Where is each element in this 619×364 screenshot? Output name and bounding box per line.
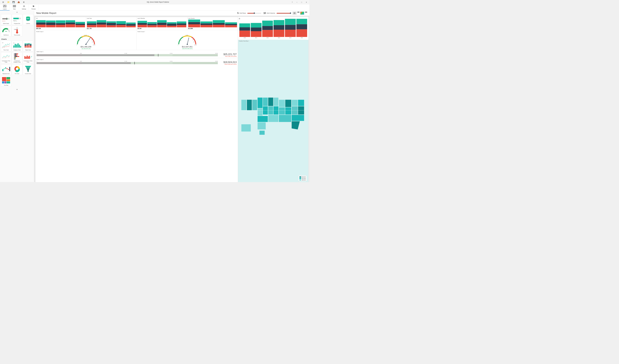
color-palette-button[interactable] — [300, 12, 304, 15]
scroll-up-arrow[interactable]: ▲ — [0, 11, 34, 14]
grid-cols-number: 10 — [264, 12, 266, 14]
svg-point-30 — [16, 31, 18, 33]
grid-rows-slider[interactable] — [247, 12, 261, 14]
sidebar-item-pie-chart[interactable]: Pie Chart — [12, 64, 22, 75]
gauge-1-change: +$1,026,029 (3%) — [36, 48, 136, 49]
svg-rect-53 — [28, 45, 29, 48]
new-icon[interactable]: ⊞ — [2, 1, 5, 4]
placeholder-2 — [23, 76, 33, 86]
svg-text:+$575 (2%): +$575 (2%) — [13, 21, 17, 21]
svg-rect-5 — [13, 7, 16, 7]
svg-text:B: B — [13, 55, 14, 56]
sidebar-item-half-donut[interactable]: 75% Half-Donut — [1, 26, 11, 37]
funnel-chart-label: Funnel Chart — [25, 73, 31, 74]
svg-text:20M: 20M — [87, 36, 89, 37]
sidebar-item-progress-bar[interactable]: $25,575 +$575 (2%) Progress Bar — [12, 14, 22, 25]
svg-rect-80 — [28, 56, 29, 59]
category-chart-label: Category Chart — [14, 50, 21, 51]
gauge-cell-1: Radial Gauge 1 — [35, 30, 137, 50]
close-button[interactable]: ✕ — [305, 1, 308, 4]
tree-map-label: Tree Map — [4, 84, 8, 86]
color-dropdown-button[interactable] — [305, 12, 307, 13]
legend-label-1: $38,000 — [302, 176, 306, 178]
grid-rows-label: Grid Rows — [239, 12, 246, 14]
maximize-button[interactable]: □ — [300, 1, 303, 4]
tab-preview[interactable]: Preview — [29, 4, 38, 11]
sidebar-item-totals-chart[interactable]: Totals Chart — [23, 41, 33, 51]
layout-icon — [3, 5, 6, 8]
minimize-button[interactable]: ─ — [295, 1, 298, 4]
placeholder-1 — [12, 76, 22, 86]
svg-text:$25,575: $25,575 — [2, 20, 6, 21]
grid-cols-slider[interactable] — [277, 12, 291, 14]
tab-layout[interactable]: Layout — [0, 4, 10, 11]
svg-text:48.8M: 48.8M — [93, 44, 95, 45]
sidebar-item-thermometer[interactable]: 7,530 Thermometer — [12, 26, 22, 37]
sidebar-item-comparison-time-chart[interactable]: Comparison Time Chart — [1, 52, 11, 64]
svg-marker-150 — [298, 100, 304, 106]
svg-rect-105 — [295, 13, 295, 14]
gauge-1-svg: 0 24.4M 48.8M 5M 10M 15M 20M 30M 40M 45M — [36, 33, 136, 45]
tab-data[interactable]: Data — [10, 4, 19, 11]
svg-point-8 — [24, 6, 24, 7]
help-button[interactable]: ? — [291, 1, 294, 4]
widget-row-2: 75% Half-Donut 7,530 — [1, 26, 33, 37]
monitor-icon[interactable]: 🖥 — [22, 1, 25, 4]
svg-point-91 — [16, 68, 18, 70]
sidebar-item-empty — [23, 26, 33, 37]
sidebar-item-waterfall-chart[interactable]: Waterfall Chart — [1, 64, 11, 75]
sidebar-item-bullet-graph[interactable]: $25,575 Bullet Graph — [1, 14, 11, 25]
svg-marker-140 — [268, 98, 273, 106]
svg-text:75%: 75% — [5, 31, 7, 32]
svg-text:48.8M: 48.8M — [194, 44, 197, 45]
sidebar-item-comparison-totals-chart[interactable]: Comparison Totals Chart — [23, 52, 33, 64]
window-controls: ? ─ □ ✕ — [291, 1, 308, 4]
main-canvas: All — [35, 17, 238, 182]
gauge-1-value: $31,490,208 — [36, 46, 136, 48]
tab-settings[interactable]: Settings — [19, 4, 29, 11]
progress-bar-preview: $25,575 +$575 (2%) — [13, 15, 22, 23]
svg-text:24.4M: 24.4M — [84, 35, 87, 36]
bullet-graph-1-content: 010M24.4M32.5M48.8M — [37, 53, 237, 57]
sidebar-item-tree-map[interactable]: Tree Map — [1, 76, 11, 86]
svg-rect-51 — [27, 44, 28, 45]
sidebar-item-time-chart[interactable]: 0 100 Time Chart — [1, 41, 11, 51]
scroll-down-arrow[interactable]: ▼ — [0, 88, 34, 91]
sidebar-item-cylinder[interactable]: $25K +$575 Cylinder — [23, 14, 33, 25]
timeline-bar-2014 — [285, 19, 296, 37]
right-content: New Mobile Report 5 Grid Rows 10 Grid Co… — [34, 11, 310, 182]
svg-marker-151 — [298, 106, 304, 115]
grid-controls: 5 Grid Rows 10 Grid Columns — [238, 12, 308, 15]
svg-point-126 — [187, 44, 188, 45]
publish-icon[interactable]: 📤 — [17, 1, 20, 4]
grid-dropdown-button[interactable] — [297, 12, 300, 13]
svg-marker-135 — [252, 100, 257, 110]
heat-map-container: Gradient Heat Map 1 — [238, 40, 309, 182]
save-icon[interactable]: 💾 — [12, 1, 15, 4]
svg-text:30M: 30M — [90, 37, 91, 38]
chart-last-year: Last Year $11.7M — [86, 17, 137, 30]
grid-rows-number: 5 — [238, 12, 239, 14]
sidebar-item-category-chart[interactable]: 0 100 Category Chart — [12, 41, 22, 51]
widget-row-4: Comparison Time Chart A B C — [1, 52, 33, 64]
settings-gear-icon[interactable]: ⚙ — [239, 17, 240, 20]
sidebar-content: $25,575 Bullet Graph $25,575 +$575 (2%) — [0, 14, 34, 88]
preview-label: Preview — [31, 8, 36, 10]
view-controls — [293, 12, 308, 15]
sidebar-item-comparison-category-chart[interactable]: A B C D E — [12, 52, 22, 64]
waterfall-chart-label: Waterfall Chart — [2, 73, 10, 74]
totals-chart-preview — [24, 42, 33, 49]
svg-rect-99 — [2, 81, 4, 84]
svg-rect-47 — [25, 46, 26, 48]
funnel-chart-preview — [24, 65, 33, 73]
svg-marker-158 — [241, 124, 251, 132]
legend-item-2: $33,000 — [299, 178, 306, 179]
open-icon[interactable]: 📁 — [7, 1, 10, 4]
svg-rect-104 — [294, 13, 295, 14]
bullet-2-value: $18,924,013 — [220, 61, 237, 64]
sidebar-item-funnel-chart[interactable]: Funnel Chart — [23, 64, 33, 75]
grid-view-button[interactable] — [293, 12, 296, 15]
chart-last-year-bars — [87, 19, 136, 28]
legend-label-3: $28,000 — [302, 179, 306, 181]
totals-chart-label: Totals Chart — [25, 50, 31, 51]
